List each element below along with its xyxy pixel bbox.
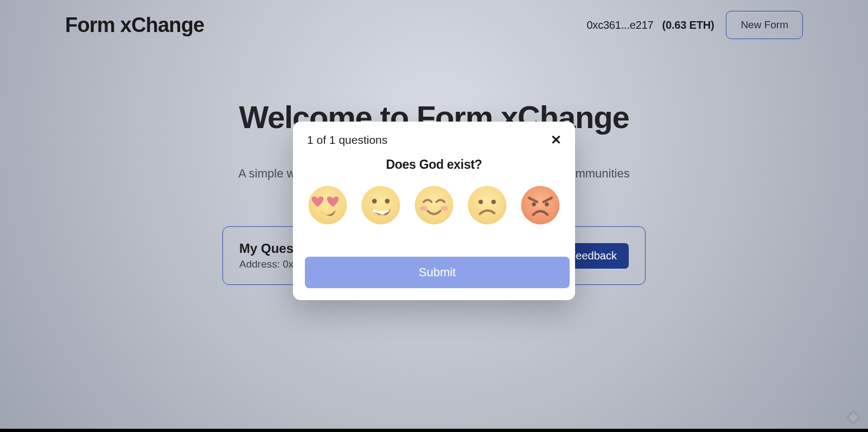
svg-point-8 [478,200,483,204]
modal-header: 1 of 1 questions ✕ [305,134,563,147]
platform-badge-icon [844,408,863,427]
close-icon[interactable]: ✕ [549,134,563,147]
confused-emoji[interactable] [467,185,507,225]
svg-point-1 [361,186,400,224]
wallet-balance: (0.63 ETH) [662,19,714,31]
wallet-info: 0xc361...e217 (0.63 ETH) [586,19,714,31]
wallet-address: 0xc361...e217 [586,19,653,31]
app-title: Form xChange [65,14,204,37]
emoji-options [305,185,563,225]
header: Form xChange 0xc361...e217 (0.63 ETH) Ne… [0,0,868,39]
submit-button[interactable]: Submit [305,257,570,288]
svg-point-10 [521,186,559,224]
question-counter: 1 of 1 questions [307,134,387,147]
svg-point-2 [372,199,377,204]
svg-point-11 [532,202,535,206]
header-right: 0xc361...e217 (0.63 ETH) New Form [586,11,803,39]
grinning-emoji[interactable] [361,185,401,225]
svg-point-4 [414,186,453,224]
heart-eyes-emoji[interactable] [308,185,348,225]
svg-point-7 [468,186,506,224]
modal-question: Does God exist? [305,157,563,172]
new-form-button[interactable]: New Form [726,11,803,39]
smiling-emoji[interactable] [414,185,454,225]
svg-point-5 [420,206,427,211]
feedback-modal: 1 of 1 questions ✕ Does God exist? [293,122,575,300]
svg-point-12 [545,202,548,206]
svg-point-9 [492,200,496,204]
svg-point-0 [308,186,347,224]
svg-point-3 [385,199,390,204]
bottom-strip [0,429,868,432]
angry-emoji[interactable] [520,185,560,225]
svg-point-6 [441,206,448,211]
